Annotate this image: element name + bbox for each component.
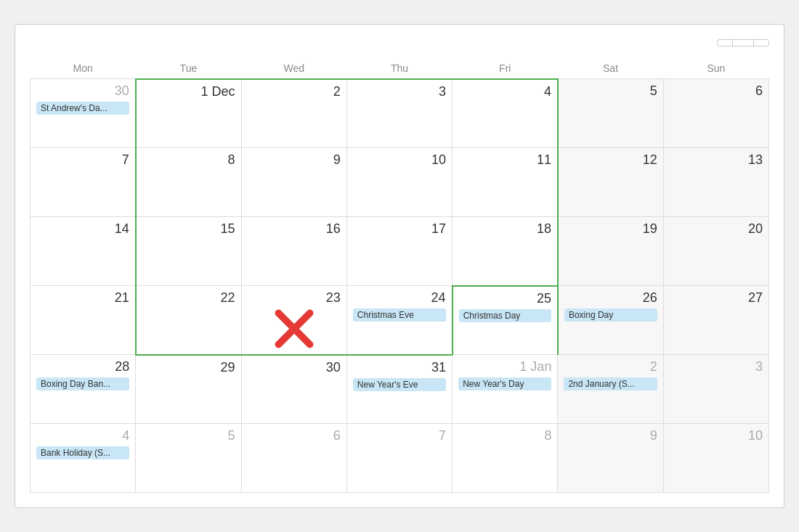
day-cell[interactable]: 10 bbox=[346, 148, 452, 217]
day-cell[interactable]: 22 bbox=[136, 286, 241, 355]
event-badge[interactable]: Christmas Eve bbox=[353, 308, 446, 322]
day-cell[interactable]: 18 bbox=[453, 217, 558, 286]
day-cell[interactable]: 13 bbox=[663, 148, 768, 217]
day-cell[interactable]: 28Boxing Day Ban... bbox=[31, 355, 136, 424]
event-badge[interactable]: New Year's Day bbox=[458, 377, 551, 390]
day-number: 23 bbox=[248, 290, 341, 306]
day-cell[interactable]: 26Boxing Day bbox=[558, 286, 663, 355]
event-badge[interactable]: Boxing Day Ban... bbox=[36, 377, 129, 390]
nav-controls bbox=[717, 39, 769, 46]
day-number: 16 bbox=[248, 221, 341, 237]
day-number: 22 bbox=[142, 290, 235, 306]
week-row-3: 212223 24Christmas Eve25Christmas Day26B… bbox=[31, 286, 769, 355]
day-number: 11 bbox=[458, 152, 551, 168]
day-number: 25 bbox=[459, 291, 551, 306]
day-number: 15 bbox=[142, 221, 235, 237]
day-number: 9 bbox=[248, 152, 341, 168]
day-number: 31 bbox=[353, 360, 446, 375]
day-number: 14 bbox=[36, 221, 129, 237]
day-cell[interactable]: 27 bbox=[663, 286, 768, 355]
day-cell[interactable]: 15 bbox=[136, 217, 241, 286]
day-number: 26 bbox=[564, 290, 657, 306]
week-row-5: 4Bank Holiday (S...5678910 bbox=[31, 424, 769, 493]
day-number: 21 bbox=[36, 290, 129, 306]
day-number: 8 bbox=[142, 152, 235, 168]
day-number: 24 bbox=[353, 290, 446, 306]
day-number: 7 bbox=[353, 428, 446, 443]
week-row-1: 78910111213 bbox=[31, 148, 769, 217]
day-cell[interactable]: 9 bbox=[241, 148, 346, 217]
day-cell[interactable]: 29 bbox=[136, 355, 241, 424]
day-cell[interactable]: 30 bbox=[241, 355, 346, 424]
week-row-2: 14151617181920 bbox=[31, 217, 769, 286]
day-cell[interactable]: 31New Year's Eve bbox=[346, 355, 452, 424]
week-row-4: 28Boxing Day Ban...293031New Year's Eve1… bbox=[31, 355, 769, 424]
day-cell[interactable]: 24Christmas Eve bbox=[346, 286, 452, 355]
week-row-0: 30St Andrew's Da...1 Dec23456 bbox=[31, 79, 769, 148]
day-cell[interactable]: 4Bank Holiday (S... bbox=[31, 424, 136, 493]
day-cell[interactable]: 23 bbox=[241, 286, 346, 355]
day-cell[interactable]: 17 bbox=[346, 217, 452, 286]
calendar-header bbox=[30, 39, 769, 46]
event-badge[interactable]: Bank Holiday (S... bbox=[36, 446, 129, 459]
day-cell[interactable]: 6 bbox=[241, 424, 346, 493]
day-cell[interactable]: 7 bbox=[31, 148, 136, 217]
day-cell[interactable]: 8 bbox=[136, 148, 241, 217]
day-cell[interactable]: 14 bbox=[31, 217, 136, 286]
day-cell[interactable]: 20 bbox=[663, 217, 768, 286]
day-cell[interactable]: 3 bbox=[346, 79, 452, 148]
event-badge[interactable]: Boxing Day bbox=[564, 308, 657, 322]
calendar-container: MonTueWedThuFriSatSun 30St Andrew's Da..… bbox=[15, 24, 784, 509]
weekday-header-sun: Sun bbox=[663, 58, 768, 79]
day-number: 5 bbox=[142, 428, 235, 443]
day-number: 10 bbox=[670, 428, 763, 443]
day-cell[interactable]: 3 bbox=[663, 355, 768, 424]
day-number: 4 bbox=[36, 428, 129, 443]
event-badge[interactable]: Christmas Day bbox=[459, 309, 551, 322]
day-cell[interactable]: 11 bbox=[453, 148, 558, 217]
prev-button[interactable] bbox=[717, 39, 732, 46]
day-cell[interactable]: 16 bbox=[241, 217, 346, 286]
day-number: 27 bbox=[670, 290, 763, 306]
day-cell[interactable]: 1 JanNew Year's Day bbox=[453, 355, 558, 424]
day-number: 1 Dec bbox=[142, 84, 235, 99]
day-cell[interactable]: 5 bbox=[558, 79, 663, 148]
event-badge[interactable]: 2nd January (S... bbox=[564, 377, 657, 390]
day-number: 28 bbox=[36, 359, 129, 375]
day-number: 7 bbox=[36, 152, 129, 168]
x-mark-icon bbox=[248, 308, 341, 348]
day-number: 20 bbox=[670, 221, 763, 237]
event-badge[interactable]: St Andrew's Da... bbox=[36, 102, 129, 115]
day-number: 6 bbox=[670, 83, 763, 99]
day-cell[interactable]: 12 bbox=[558, 148, 663, 217]
calendar-grid: MonTueWedThuFriSatSun 30St Andrew's Da..… bbox=[30, 58, 769, 494]
day-cell[interactable]: 6 bbox=[663, 79, 768, 148]
day-number: 3 bbox=[353, 84, 446, 99]
day-number: 10 bbox=[353, 152, 446, 168]
day-number: 1 Jan bbox=[458, 359, 551, 375]
day-cell[interactable]: 5 bbox=[136, 424, 241, 493]
day-number: 9 bbox=[564, 428, 657, 443]
day-number: 6 bbox=[248, 428, 341, 443]
next-button[interactable] bbox=[754, 39, 769, 46]
day-cell[interactable]: 30St Andrew's Da... bbox=[31, 79, 136, 148]
day-number: 2 bbox=[564, 359, 657, 375]
day-cell[interactable]: 7 bbox=[346, 424, 452, 493]
day-cell[interactable]: 9 bbox=[558, 424, 663, 493]
day-cell[interactable]: 1 Dec bbox=[136, 79, 241, 148]
day-cell[interactable]: 21 bbox=[31, 286, 136, 355]
day-cell[interactable]: 10 bbox=[663, 424, 768, 493]
day-cell[interactable]: 8 bbox=[453, 424, 558, 493]
day-cell[interactable]: 25Christmas Day bbox=[453, 286, 558, 355]
event-badge[interactable]: New Year's Eve bbox=[353, 378, 446, 391]
day-number: 30 bbox=[36, 83, 129, 99]
day-number: 3 bbox=[670, 359, 763, 375]
day-cell[interactable]: 4 bbox=[453, 79, 558, 148]
today-button[interactable] bbox=[732, 39, 754, 46]
day-cell[interactable]: 19 bbox=[558, 217, 663, 286]
day-number: 5 bbox=[564, 83, 657, 99]
day-cell[interactable]: 22nd January (S... bbox=[558, 355, 663, 424]
day-number: 8 bbox=[458, 428, 551, 443]
day-cell[interactable]: 2 bbox=[241, 79, 346, 148]
day-number: 18 bbox=[458, 221, 551, 237]
